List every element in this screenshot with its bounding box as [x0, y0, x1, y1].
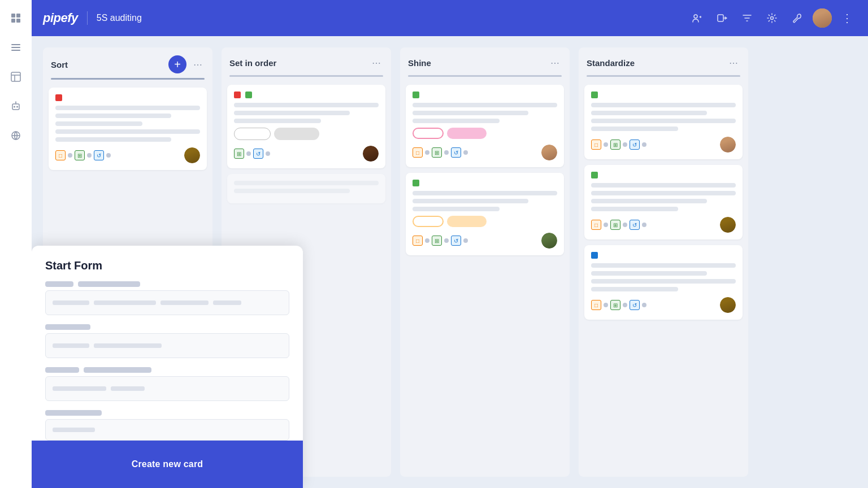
column-set-underline [229, 75, 383, 77]
filter-icon-btn[interactable] [738, 9, 756, 27]
tag-red [234, 91, 241, 98]
placeholder-block [160, 300, 209, 305]
field-input-content [53, 377, 282, 400]
badge-green: ⊞ [75, 150, 85, 160]
column-sort-menu-btn[interactable]: ⋯ [191, 57, 205, 72]
card-line [591, 263, 736, 268]
svg-rect-0 [11, 14, 15, 18]
form-field-input-4[interactable] [45, 419, 289, 441]
column-sort-add-btn[interactable]: + [168, 55, 186, 73]
sidebar-icon-list[interactable] [7, 38, 25, 56]
badge-orange: □ [591, 220, 601, 230]
badge-blue: ↺ [630, 220, 640, 230]
card-footer: □ ⊞ ↺ [413, 145, 557, 160]
card-line [591, 191, 736, 195]
sidebar [0, 0, 32, 488]
form-body [32, 281, 303, 441]
status-pill-orange-fill [447, 216, 487, 227]
board-area: Sort + ⋯ □ [32, 36, 868, 488]
form-title: Start Form [45, 259, 289, 272]
status-pill-orange-outline [413, 216, 444, 227]
badge-orange: □ [55, 150, 66, 160]
card-badges: □ ⊞ ↺ [591, 220, 646, 230]
field-input-content [53, 291, 282, 315]
placeholder-block [94, 300, 156, 305]
placeholder-block [53, 428, 95, 432]
card-badges: ⊞ ↺ [234, 149, 270, 159]
badge-dot [642, 142, 646, 147]
badge-blue: ↺ [94, 150, 104, 160]
user-avatar[interactable] [813, 8, 832, 28]
card-line [234, 119, 321, 123]
form-field-input-3[interactable] [45, 376, 289, 401]
badge-dot [604, 142, 608, 147]
column-shine-menu-btn[interactable]: ⋯ [548, 55, 562, 71]
avatar [720, 297, 736, 313]
column-shine-title: Shine [408, 58, 544, 68]
avatar [720, 137, 736, 152]
header-right: ⋮ [688, 8, 857, 28]
main-content: pipefy 5S auditing [32, 0, 868, 488]
field-label-row-1 [45, 281, 289, 287]
form-field-input-2[interactable] [45, 333, 289, 358]
pills-row [413, 128, 557, 139]
badge-blue: ↺ [253, 149, 263, 159]
column-standardize: Standardize ⋯ □ [579, 47, 748, 477]
field-label-block [45, 324, 90, 330]
card-line [413, 191, 557, 195]
sidebar-icon-bot[interactable] [7, 97, 25, 115]
badge-dot [623, 223, 627, 227]
people-icon-btn[interactable] [688, 9, 706, 27]
table-row[interactable]: □ ⊞ ↺ [584, 245, 743, 320]
column-standardize-menu-btn[interactable]: ⋯ [727, 55, 740, 71]
placeholder-block [53, 386, 106, 391]
table-row[interactable]: □ ⊞ ↺ [406, 85, 564, 167]
more-icon-btn[interactable]: ⋮ [839, 9, 857, 27]
badge-green: ⊞ [432, 236, 442, 246]
column-standardize-underline [587, 75, 740, 77]
app-logo: pipefy [43, 11, 78, 25]
column-standardize-header: Standardize ⋯ [579, 47, 748, 75]
badge-dot [444, 238, 449, 243]
field-label-block [45, 281, 73, 287]
start-form-modal: Start Form [32, 246, 303, 488]
badge-dot [604, 223, 608, 227]
table-row[interactable]: □ ⊞ ↺ [584, 165, 743, 239]
field-label-block [78, 281, 140, 287]
sidebar-icon-table[interactable] [7, 68, 25, 86]
card-line [55, 129, 200, 134]
create-new-card-button[interactable]: Create new card [45, 450, 289, 479]
badge-green: ⊞ [234, 149, 244, 159]
avatar [184, 147, 200, 163]
column-sort-title: Sort [51, 60, 164, 69]
placeholder-block [94, 343, 162, 348]
svg-rect-3 [16, 19, 20, 23]
form-footer: Create new card [32, 441, 303, 488]
form-field-input-1[interactable] [45, 290, 289, 315]
form-field-4 [45, 410, 289, 441]
badge-dot [463, 238, 468, 243]
table-row[interactable]: □ ⊞ ↺ [406, 173, 564, 255]
enter-icon-btn[interactable] [713, 9, 731, 27]
card-line [55, 137, 171, 142]
table-row[interactable]: □ ⊞ ↺ [584, 85, 743, 159]
placeholder-block [111, 386, 145, 391]
table-row[interactable]: □ ⊞ ↺ [49, 88, 207, 170]
card-tags [591, 252, 736, 259]
tag-green [591, 91, 598, 98]
card-footer: □ ⊞ ↺ [591, 297, 736, 313]
column-shine: Shine ⋯ [400, 47, 570, 477]
field-label-block [45, 367, 79, 373]
badge-dot [246, 151, 251, 156]
table-row[interactable] [227, 174, 385, 203]
sidebar-icon-grid[interactable] [7, 9, 25, 27]
table-row[interactable]: ⊞ ↺ [227, 85, 385, 168]
settings-icon-btn[interactable] [763, 9, 781, 27]
column-set-menu-btn[interactable]: ⋯ [370, 55, 383, 71]
badge-green: ⊞ [610, 140, 620, 150]
wrench-icon-btn[interactable] [788, 9, 806, 27]
card-badges: □ ⊞ ↺ [591, 300, 646, 310]
pills-row [234, 128, 379, 140]
sidebar-icon-globe[interactable] [7, 127, 25, 145]
avatar [541, 233, 557, 249]
